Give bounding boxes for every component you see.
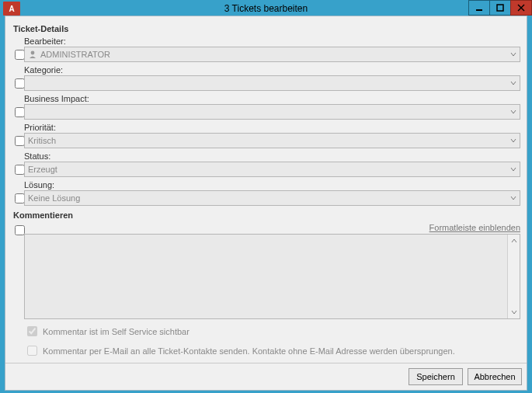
label-bearbeiter: Bearbeiter: [24,37,520,46]
row-impact: Business Impact: [12,94,520,120]
self-service-label: Kommentar ist im Self Service sichtbar [43,327,190,336]
email-all-label: Kommentar per E-Mail an alle Ticket-Kont… [43,346,455,356]
row-kommentar: Formatleiste einblenden Kommentar ist im… [12,223,520,358]
chevron-down-icon [510,193,516,203]
svg-rect-1 [497,5,503,11]
close-icon [517,4,525,12]
value-loesung: Keine Lösung [28,193,80,203]
window: A 3 Tickets bearbeiten Ticket-Details Be… [0,0,532,393]
chevron-down-icon [510,78,516,88]
row-prioritaet: Priorität: Kritisch [12,123,520,148]
client-area: Ticket-Details Bearbeiter: ADMINISTRATOR… [5,16,527,391]
row-bearbeiter: Bearbeiter: ADMINISTRATOR [12,37,520,62]
row-kategorie: Kategorie: [12,65,520,91]
titlebar[interactable]: A 3 Tickets bearbeiten [0,0,532,16]
value-status: Erzeugt [28,165,57,174]
chevron-down-icon [510,165,516,174]
label-impact: Business Impact: [24,94,520,103]
select-prioritaet[interactable]: Kritisch [24,133,520,148]
label-kategorie: Kategorie: [24,65,520,75]
chevron-down-icon [510,107,516,117]
label-prioritaet: Priorität: [24,123,520,132]
svg-rect-0 [476,9,482,11]
label-loesung: Lösung: [24,180,520,190]
chevron-down-icon [510,50,516,59]
textarea-scrollbar[interactable] [507,235,520,318]
check-self-service: Kommentar ist im Self Service sichtbar [24,324,520,339]
row-status: Status: Erzeugt [12,151,520,177]
minimize-button[interactable] [468,0,490,16]
person-icon [28,50,37,59]
minimize-icon [475,4,483,12]
email-all-checkbox[interactable] [27,346,37,356]
scroll-up-icon[interactable] [508,235,520,247]
check-email-all: Kommentar per E-Mail an alle Ticket-Kont… [24,343,520,358]
maximize-button[interactable] [489,0,511,16]
cancel-button[interactable]: Abbrechen [468,368,522,385]
select-impact[interactable] [24,104,520,120]
section-ticket-details: Ticket-Details [13,24,520,33]
select-bearbeiter[interactable]: ADMINISTRATOR [24,47,520,62]
label-status: Status: [24,151,520,161]
select-kategorie[interactable] [24,75,520,91]
app-icon: A [3,2,20,16]
select-status[interactable]: Erzeugt [24,162,520,177]
self-service-checkbox[interactable] [27,326,37,336]
scroll-down-icon[interactable] [508,306,520,318]
window-controls [469,0,532,16]
close-button[interactable] [510,0,532,16]
row-loesung: Lösung: Keine Lösung [12,180,520,206]
save-button[interactable]: Speichern [409,368,463,385]
kommentar-textarea[interactable] [24,234,520,319]
value-bearbeiter: ADMINISTRATOR [40,50,110,59]
window-title: 3 Tickets bearbeiten [0,0,532,17]
value-prioritaet: Kritisch [28,136,56,145]
select-loesung[interactable]: Keine Lösung [24,190,520,206]
chevron-down-icon [510,136,516,145]
footer: Speichern Abbrechen [5,363,527,390]
svg-point-4 [31,51,35,55]
format-toolbar-link[interactable]: Formatleiste einblenden [24,223,520,232]
maximize-icon [496,4,504,12]
section-kommentieren: Kommentieren [13,210,520,220]
